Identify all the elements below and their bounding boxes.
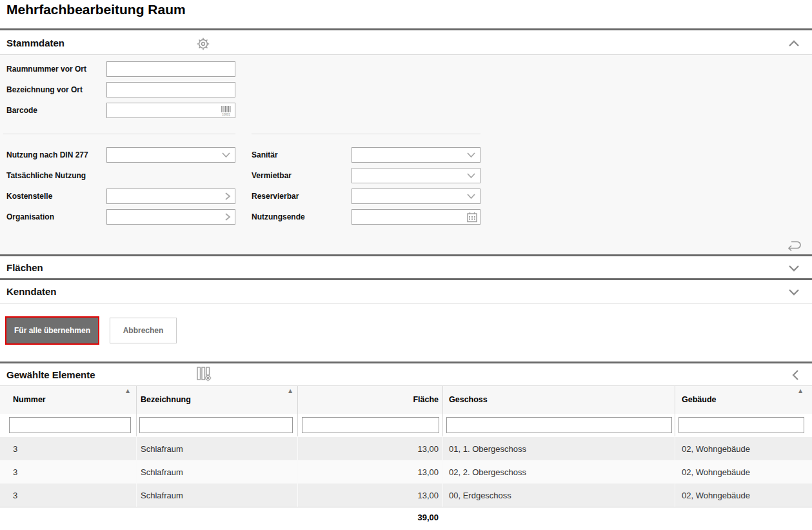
section-divider	[0, 278, 812, 280]
group-divider-left	[3, 134, 235, 134]
chevron-down-icon	[221, 152, 231, 158]
sort-asc-icon[interactable]: ▲	[798, 388, 802, 394]
group-divider-right	[252, 134, 480, 134]
column-header-bezeichnung[interactable]: Bezeichnung	[141, 395, 191, 404]
filter-gebaeude-input[interactable]	[678, 417, 804, 433]
table-row[interactable]: 3 Schlafraum 13,00 02, 2. Obergeschoss 0…	[0, 460, 812, 484]
column-separator	[675, 386, 675, 436]
section-title-gewaehlte-elemente: Gewählte Elemente	[6, 369, 95, 380]
column-header-nummer[interactable]: Nummer	[13, 395, 46, 404]
undo-icon[interactable]	[784, 238, 802, 252]
label-nutzungsende: Nutzungsende	[252, 212, 305, 221]
column-header-gebaeude[interactable]: Gebäude	[682, 395, 717, 404]
label-sanitaer: Sanitär	[252, 150, 278, 159]
cell-nummer: 3	[13, 491, 17, 500]
label-barcode: Barcode	[6, 106, 37, 115]
section-title-kenndaten: Kenndaten	[6, 286, 57, 297]
column-separator	[297, 437, 298, 507]
column-separator	[136, 386, 137, 436]
column-separator	[297, 386, 298, 436]
barcode-icon: 10001	[220, 105, 233, 116]
organisation-picker[interactable]	[106, 209, 235, 225]
collapse-stammdaten-chevron-up-icon[interactable]	[787, 39, 800, 48]
chevron-down-icon	[466, 152, 476, 158]
section-divider	[0, 28, 812, 30]
section-divider	[0, 254, 812, 256]
bezeichnung-vor-ort-input[interactable]	[106, 82, 235, 97]
cell-bezeichnung: Schlafraum	[141, 491, 183, 500]
nutzung-din277-select[interactable]	[106, 147, 235, 163]
reservierbar-select[interactable]	[352, 189, 480, 204]
label-vermietbar: Vermietbar	[252, 171, 292, 180]
table-bottom-border	[0, 507, 812, 507]
mehrfachbearbeitung-raum-page: Mehrfachbearbeitung Raum Stammdaten Raum…	[0, 0, 812, 530]
apply-all-button[interactable]: Für alle übernehmen	[5, 316, 99, 345]
chevron-down-icon	[466, 172, 476, 179]
label-organisation: Organisation	[6, 212, 54, 221]
cell-nummer: 3	[13, 444, 17, 454]
filter-bezeichnung-input[interactable]	[139, 417, 293, 433]
gear-icon[interactable]	[195, 36, 211, 52]
cell-geschoss: 01, 1. Obergeschoss	[449, 444, 526, 454]
filter-flaeche-input[interactable]	[302, 417, 439, 433]
calendar-icon[interactable]	[466, 212, 478, 223]
filter-geschoss-input[interactable]	[446, 417, 672, 433]
section-title-stammdaten: Stammdaten	[6, 37, 64, 48]
cell-flaeche: 13,00	[300, 444, 439, 454]
page-title: Mehrfachbearbeitung Raum	[6, 2, 186, 17]
sanitaer-select[interactable]	[352, 147, 480, 163]
table-row[interactable]: 3 Schlafraum 13,00 00, Erdgeschoss 02, W…	[0, 484, 812, 507]
column-header-geschoss[interactable]: Geschoss	[449, 395, 488, 404]
expand-flaechen-chevron-down-icon[interactable]	[787, 264, 800, 273]
cell-gebaeude: 02, Wohngebäude	[682, 491, 750, 500]
cell-bezeichnung: Schlafraum	[141, 444, 183, 454]
section-divider	[0, 362, 812, 363]
filter-nummer-input[interactable]	[9, 417, 131, 433]
cell-gebaeude: 02, Wohngebäude	[682, 444, 750, 454]
sort-asc-icon[interactable]: ▲	[126, 388, 130, 394]
chevron-down-icon	[466, 193, 476, 199]
cancel-button[interactable]: Abbrechen	[110, 318, 177, 343]
cell-bezeichnung: Schlafraum	[141, 467, 183, 477]
vermietbar-select[interactable]	[352, 168, 480, 183]
kostenstelle-picker[interactable]	[106, 189, 235, 204]
flaeche-sum: 39,00	[300, 513, 439, 522]
label-tatsaechliche-nutzung: Tatsächliche Nutzung	[6, 171, 86, 180]
label-kostenstelle: Kostenstelle	[6, 192, 52, 201]
label-bezeichnung-vor-ort: Bezeichnung vor Ort	[6, 85, 83, 94]
chevron-right-icon	[224, 192, 231, 201]
collapse-panel-chevron-left-icon[interactable]	[791, 369, 800, 381]
sort-asc-icon[interactable]: ▲	[288, 388, 292, 394]
label-raumnummer-vor-ort: Raumnummer vor Ort	[6, 65, 86, 74]
column-separator	[136, 437, 137, 507]
cell-flaeche: 13,00	[300, 491, 439, 500]
expand-kenndaten-chevron-down-icon[interactable]	[787, 288, 800, 297]
section-divider	[0, 303, 812, 304]
chevron-right-icon	[224, 212, 231, 221]
raumnummer-vor-ort-input[interactable]	[106, 61, 235, 77]
cell-nummer: 3	[13, 467, 17, 477]
column-header-flaeche[interactable]: Fläche	[300, 395, 439, 404]
column-separator	[442, 386, 443, 436]
table-row[interactable]: 3 Schlafraum 13,00 01, 1. Obergeschoss 0…	[0, 437, 812, 460]
cell-flaeche: 13,00	[300, 467, 439, 477]
label-reservierbar: Reservierbar	[252, 192, 299, 201]
cell-gebaeude: 02, Wohngebäude	[682, 467, 750, 477]
label-nutzung-din277: Nutzung nach DIN 277	[6, 150, 88, 159]
cell-geschoss: 02, 2. Obergeschoss	[449, 467, 526, 477]
section-title-flaechen: Flächen	[6, 262, 43, 273]
barcode-input[interactable]	[106, 103, 235, 118]
cell-geschoss: 00, Erdgeschoss	[449, 491, 511, 500]
nutzungsende-date-input[interactable]	[352, 209, 480, 225]
column-separator	[675, 437, 675, 507]
column-settings-icon[interactable]	[195, 365, 213, 383]
barcode-digits: 10001	[222, 113, 230, 116]
column-separator	[442, 437, 443, 507]
